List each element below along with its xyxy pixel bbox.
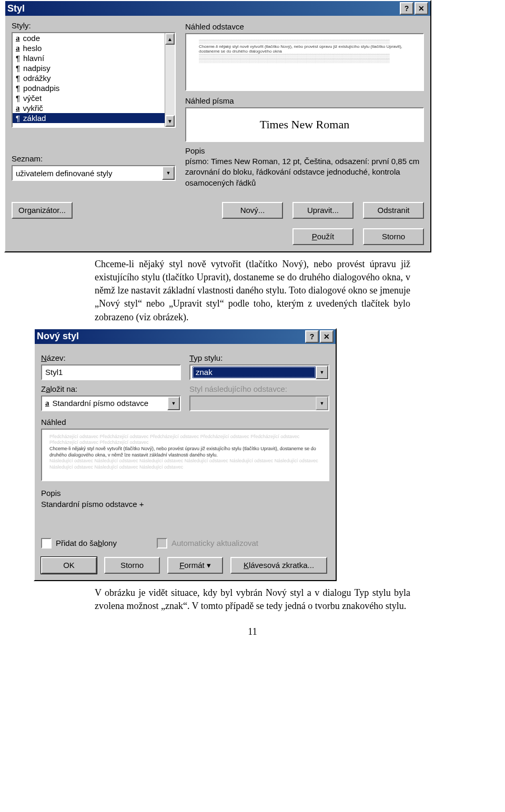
scroll-down-icon[interactable]: ▼	[165, 115, 175, 127]
nahled-preview: Předcházející odstavec Předcházející ods…	[41, 429, 329, 481]
list-item-label: základ	[23, 114, 46, 123]
close-button[interactable]: ✕	[415, 2, 428, 15]
list-item-label: výčet	[23, 94, 42, 103]
check2-label: Automaticky aktualizovat	[171, 539, 258, 547]
para-style-icon: ¶	[16, 94, 20, 103]
zalozit-value: Standardní písmo odstavce	[53, 399, 149, 408]
list-item-label: heslo	[23, 44, 42, 53]
char-style-icon: a	[16, 44, 20, 53]
preview-font-value: Times New Roman	[260, 118, 349, 131]
popis-label: Popis	[41, 489, 329, 498]
help-button[interactable]: ?	[400, 2, 413, 15]
list-item-label: hlavní	[23, 54, 44, 63]
chevron-down-icon[interactable]: ▼	[316, 366, 328, 379]
para-style-icon: ¶	[16, 64, 20, 73]
seznam-value: uživatelem definované styly	[16, 169, 112, 178]
chevron-down-icon: ▼	[316, 397, 328, 410]
upravit-button[interactable]: Upravit...	[292, 202, 354, 219]
page-number: 11	[0, 626, 505, 637]
dialog-novy-styl: Nový styl ? ✕ Název: Styl1 Typ stylu: zn…	[34, 328, 337, 581]
scroll-up-icon[interactable]: ▲	[165, 33, 175, 45]
para-style-icon: ¶	[16, 114, 20, 123]
nahled-label: Náhled	[41, 418, 329, 427]
styles-listbox[interactable]: acode aheslo ¶hlavní ¶nadpisy ¶odrážky ¶…	[12, 32, 176, 128]
para-style-icon: ¶	[16, 84, 20, 93]
odstranit-button[interactable]: Odstranit	[363, 202, 424, 219]
desc-label: Popis	[185, 146, 424, 155]
chevron-down-icon[interactable]: ▼	[162, 166, 175, 180]
desc-text: písmo: Times New Roman, 12 pt, Čeština, …	[185, 156, 424, 188]
help-button[interactable]: ?	[305, 330, 319, 343]
dialog-title: Styl	[7, 3, 25, 14]
nasled-combobox: ▼	[189, 395, 329, 411]
dialog-title: Nový styl	[37, 331, 79, 342]
char-style-icon: a	[16, 104, 20, 113]
styles-label: Styly:	[12, 21, 176, 30]
nasled-label: Styl následujícího odstavce:	[189, 384, 287, 393]
dialog-styl: Styl ? ✕ Styly: acode aheslo ¶hlavní ¶na…	[4, 0, 431, 252]
char-style-icon: a	[16, 34, 20, 43]
body-paragraph-1: Chceme-li nějaký styl nově vytvořit (tla…	[95, 258, 410, 324]
list-item-label: vykřič	[23, 104, 43, 113]
nazev-value: Styl1	[45, 368, 63, 377]
preview-paragraph: ▒▒▒▒▒▒▒▒▒▒▒▒▒▒▒▒▒▒▒▒▒▒▒▒▒▒▒▒▒▒▒▒▒▒▒▒▒▒▒▒…	[185, 33, 424, 91]
titlebar-styl: Styl ? ✕	[5, 1, 430, 16]
list-item-label: nadpisy	[23, 64, 50, 73]
organizator-button[interactable]: Organizátor...	[12, 202, 73, 219]
nazev-input[interactable]: Styl1	[41, 364, 181, 380]
format-button[interactable]: Formát ▾	[167, 557, 223, 574]
typ-value: znak	[196, 368, 213, 377]
list-item-label: podnadpis	[23, 84, 59, 93]
list-item-label: code	[23, 34, 41, 43]
char-style-icon: a	[45, 399, 49, 408]
chevron-down-icon[interactable]: ▼	[167, 397, 180, 410]
check1-label: Přidat do šablony	[56, 539, 117, 547]
typ-stylu-combobox[interactable]: znak ▼	[189, 364, 329, 380]
titlebar-novy-styl: Nový styl ? ✕	[35, 329, 336, 344]
close-button[interactable]: ✕	[320, 330, 334, 343]
body-paragraph-2: V obrázku je vidět situace, kdy byl vybr…	[95, 586, 410, 613]
ok-button[interactable]: OK	[41, 557, 97, 574]
pouzit-button[interactable]: Použít	[292, 228, 354, 245]
preview-para-label: Náhled odstavce	[185, 22, 424, 31]
auto-aktualizovat-checkbox	[157, 538, 167, 549]
storno-button[interactable]: Storno	[363, 228, 424, 245]
scrollbar[interactable]: ▲ ▼	[165, 33, 175, 127]
seznam-label: Seznam:	[12, 154, 176, 163]
popis-value: Standardní písmo odstavce +	[41, 500, 329, 509]
storno-button[interactable]: Storno	[104, 557, 160, 574]
preview-font-label: Náhled písma	[185, 96, 424, 105]
zalozit-combobox[interactable]: a Standardní písmo odstavce ▼	[41, 395, 181, 411]
klavesova-zkratka-button[interactable]: Klávesová zkratka...	[230, 557, 327, 574]
list-item-label: odrážky	[23, 74, 51, 83]
pridat-do-sablony-checkbox[interactable]	[41, 538, 52, 549]
preview-font: Times New Roman	[185, 107, 424, 142]
para-style-icon: ¶	[16, 54, 20, 63]
novy-button[interactable]: Nový...	[222, 202, 283, 219]
para-style-icon: ¶	[16, 74, 20, 83]
seznam-combobox[interactable]: uživatelem definované styly ▼	[12, 165, 176, 181]
